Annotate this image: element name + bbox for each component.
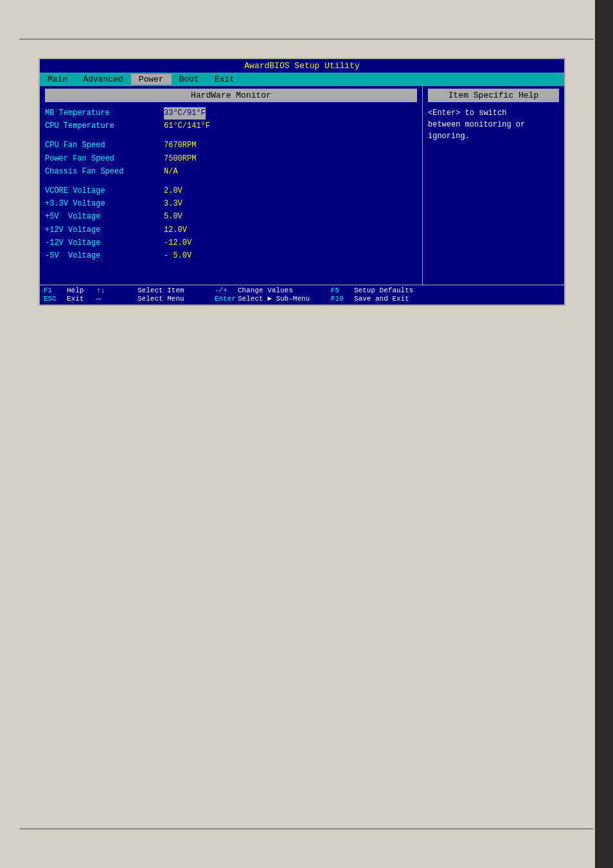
3v3-value: 3.3V [164, 198, 182, 210]
menu-item-main[interactable]: Main [40, 74, 75, 85]
chassis-fan-label: Chassis Fan Speed [45, 166, 164, 178]
top-rule [19, 39, 594, 40]
status-row-2: ESC Exit ↔ Select Menu Enter Select ► Su… [44, 295, 560, 303]
bios-window: AwardBIOS Setup Utility Main Advanced Po… [39, 58, 565, 306]
cpu-fan-label: CPU Fan Speed [45, 139, 164, 152]
right-sidebar [595, 0, 613, 868]
cpu-temp-label: CPU Temperature [45, 120, 164, 132]
monitor-row-5v[interactable]: +5V Voltage 5.0V [45, 211, 417, 223]
monitor-row-3v3[interactable]: +3.3V Voltage 3.3V [45, 198, 417, 210]
monitor-row-power-fan[interactable]: Power Fan Speed 7500RPM [45, 153, 417, 165]
12v-label: +12V Voltage [45, 224, 164, 236]
status-change-label: Change Values [238, 287, 331, 294]
title-text: AwardBIOS Setup Utility [244, 61, 359, 71]
5v-value: 5.0V [164, 211, 182, 223]
left-panel-header: HardWare Monitor [45, 89, 417, 102]
status-change-key: -/+ [215, 287, 238, 294]
menu-item-advanced[interactable]: Advanced [75, 74, 130, 85]
status-help-label: Help ↑↓ [67, 287, 138, 294]
monitor-row-vcore[interactable]: VCORE Voltage 2.0V [45, 185, 417, 197]
vcore-value: 2.0V [164, 185, 182, 197]
status-submenu-label: Select ► Sub-Menu [238, 295, 331, 303]
menu-item-power[interactable]: Power [131, 74, 172, 85]
status-f5-key: F5 [331, 287, 354, 294]
status-exit-label: Exit ↔ [67, 295, 138, 303]
neg12v-value: -12.0V [164, 237, 191, 249]
menu-item-boot[interactable]: Boot [172, 74, 207, 85]
page-background: AwardBIOS Setup Utility Main Advanced Po… [0, 0, 613, 868]
3v3-label: +3.3V Voltage [45, 198, 164, 210]
status-row-1: F1 Help ↑↓ Select Item -/+ Change Values… [44, 287, 560, 294]
menu-bar: Main Advanced Power Boot Exit [40, 73, 564, 86]
mb-temp-label: MB Temperature [45, 107, 164, 120]
status-esc-key: ESC [44, 295, 67, 303]
monitor-row-neg12v[interactable]: -12V Voltage -12.0V [45, 237, 417, 249]
power-fan-label: Power Fan Speed [45, 153, 164, 165]
neg5v-label: -5V Voltage [45, 250, 164, 262]
bios-title: AwardBIOS Setup Utility [40, 59, 564, 73]
status-f10-key: F10 [331, 295, 354, 303]
menu-item-exit[interactable]: Exit [207, 74, 242, 85]
status-select-item-label: Select Item [138, 287, 215, 294]
cpu-fan-value: 7670RPM [164, 139, 196, 152]
12v-value: 12.0V [164, 224, 187, 236]
cpu-temp-value: 61°C/141°F [164, 120, 210, 132]
bottom-rule [19, 828, 594, 829]
status-select-menu-label: Select Menu [138, 295, 215, 303]
monitor-row-cpu-temp[interactable]: CPU Temperature 61°C/141°F [45, 120, 417, 132]
5v-label: +5V Voltage [45, 211, 164, 223]
neg5v-value: - 5.0V [164, 250, 191, 262]
right-panel-header: Item Specific Help [428, 89, 559, 102]
bios-main-content: HardWare Monitor MB Temperature 33°C/91°… [40, 86, 564, 285]
monitor-row-mb-temp[interactable]: MB Temperature 33°C/91°F [45, 107, 417, 120]
status-enter-key: Enter [215, 295, 238, 303]
vcore-label: VCORE Voltage [45, 185, 164, 197]
status-f1-key: F1 [44, 287, 67, 294]
monitor-row-neg5v[interactable]: -5V Voltage - 5.0V [45, 250, 417, 262]
monitor-row-cpu-fan[interactable]: CPU Fan Speed 7670RPM [45, 139, 417, 152]
monitor-row-12v[interactable]: +12V Voltage 12.0V [45, 224, 417, 236]
status-setup-defaults-label: Setup Defaults [354, 287, 413, 294]
chassis-fan-value: N/A [164, 166, 178, 178]
status-bar: F1 Help ↑↓ Select Item -/+ Change Values… [40, 285, 564, 305]
mb-temp-value: 33°C/91°F [164, 107, 206, 120]
left-panel: HardWare Monitor MB Temperature 33°C/91°… [40, 86, 423, 285]
help-text: <Enter> to switchbetween monitoring orig… [428, 107, 559, 142]
power-fan-value: 7500RPM [164, 153, 196, 165]
status-save-exit-label: Save and Exit [354, 295, 409, 303]
monitor-row-chassis-fan[interactable]: Chassis Fan Speed N/A [45, 166, 417, 178]
right-panel: Item Specific Help <Enter> to switchbetw… [423, 86, 564, 285]
neg12v-label: -12V Voltage [45, 237, 164, 249]
